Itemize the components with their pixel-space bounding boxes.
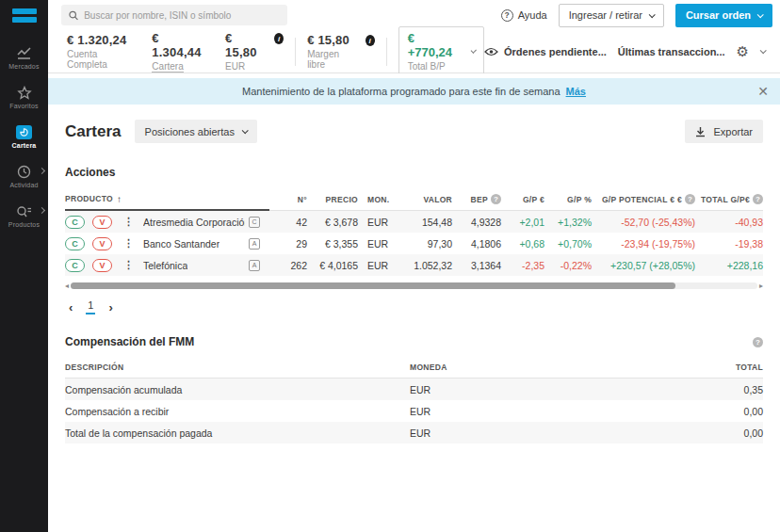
bep-cell: 4,1806 — [452, 238, 501, 250]
banner-more-link[interactable]: Más — [566, 86, 586, 97]
column-header-total-gp[interactable]: TOTAL G/P€ ? — [695, 194, 763, 204]
currency-cell: EUR — [358, 260, 396, 271]
portfolio-total-link[interactable]: Cartera — [152, 61, 183, 73]
portfolio-icon — [16, 125, 32, 139]
portfolio-total: € 1.304,44 Cartera — [152, 31, 204, 73]
maintenance-banner: Mantenimiento de la plataforma programad… — [48, 78, 780, 105]
column-header-gp-pct[interactable]: G/P % — [544, 195, 592, 204]
sidebar-label: Cartera — [12, 142, 37, 149]
portfolio-page: Cartera Posiciones abiertas Exportar Acc… — [48, 105, 780, 532]
column-header-qty[interactable]: N° — [269, 195, 307, 204]
column-header-bep[interactable]: BEP ? — [452, 194, 501, 204]
positions-filter-dropdown[interactable]: Posiciones abiertas — [135, 120, 257, 143]
previous-page-icon[interactable]: ‹ — [69, 301, 73, 314]
sell-button[interactable]: V — [92, 259, 112, 272]
column-header-valor[interactable]: VALOR — [396, 195, 452, 204]
search-input[interactable] — [84, 10, 280, 21]
fmm-total-cell: 0,00 — [659, 406, 763, 417]
fmm-description-cell: Total de la compensación pagada — [65, 427, 410, 439]
help-icon[interactable]: ? — [491, 194, 501, 204]
scroll-left-icon[interactable]: ◂ — [65, 282, 69, 290]
info-icon[interactable]: i — [274, 33, 284, 44]
position-row: C V ⋮ Telefónica A 262 € 4,0165 EUR 1.05… — [65, 254, 763, 276]
product-name[interactable]: Atresmedia Corporación de Medi... — [143, 217, 245, 228]
place-order-button[interactable]: Cursar orden — [675, 4, 772, 27]
sidebar-item-mercados[interactable]: Mercados — [0, 38, 48, 77]
banner-wrap: Mantenimiento de la plataforma programad… — [48, 73, 780, 105]
help-icon[interactable]: ? — [685, 194, 695, 204]
portfolio-total-value: € 1.304,44 — [152, 31, 204, 59]
account-summary-bar: € 1.320,24 Cuenta Completa € 1.304,44 Ca… — [48, 30, 780, 73]
qty-cell: 262 — [269, 260, 307, 271]
chevron-down-icon — [757, 11, 764, 18]
value-cell: 154,48 — [396, 217, 452, 228]
fmm-table-header: DESCRIPCIÓN MONEDA TOTAL — [65, 356, 763, 379]
deposit-withdraw-button[interactable]: Ingresar / retirar — [559, 4, 664, 27]
fmm-currency-cell: EUR — [410, 406, 659, 417]
clock-icon — [17, 165, 31, 179]
menu-logo[interactable] — [0, 0, 48, 30]
gear-icon[interactable]: ⚙ — [737, 44, 749, 58]
last-transactions-label: Últimas transaccion... — [618, 46, 725, 57]
export-label: Exportar — [713, 126, 753, 137]
help-button[interactable]: ? Ayuda — [501, 9, 547, 22]
column-header-gp-eur[interactable]: G/P € — [501, 195, 544, 204]
search-box[interactable] — [61, 5, 287, 25]
qty-cell: 29 — [269, 238, 307, 250]
column-header-precio[interactable]: PRECIO — [307, 195, 358, 204]
qty-cell: 42 — [269, 217, 307, 228]
column-header-producto[interactable]: PRODUCTO ↑ — [65, 188, 269, 211]
row-menu-icon[interactable]: ⋮ — [123, 237, 134, 250]
export-button[interactable]: Exportar — [685, 120, 763, 143]
scrollbar-thumb[interactable] — [71, 282, 674, 289]
help-label: Ayuda — [518, 9, 547, 21]
fmm-description-cell: Compensación a recibir — [65, 406, 410, 417]
chevron-down-icon — [242, 127, 249, 134]
next-page-icon[interactable]: › — [108, 301, 112, 314]
account-total: € 1.320,24 Cuenta Completa — [67, 33, 131, 70]
pagination: ‹ 1 › — [65, 299, 763, 314]
sidebar-item-cartera[interactable]: Cartera — [0, 117, 48, 156]
row-menu-icon[interactable]: ⋮ — [123, 259, 134, 271]
free-margin: € 15,80 Margen libre i — [307, 33, 375, 70]
product-name[interactable]: Telefónica — [143, 260, 187, 271]
total-gp-cell: -40,93 — [695, 217, 763, 228]
price-cell: € 3,678 — [307, 217, 358, 228]
download-icon — [695, 126, 706, 137]
total-pl-dropdown[interactable]: € +770,24 Total B/P — [398, 26, 484, 76]
pending-orders-link[interactable]: Órdenes pendiente... — [484, 46, 607, 57]
product-name[interactable]: Banco Santander — [143, 238, 219, 250]
exchange-badge: A — [249, 238, 260, 250]
bep-cell: 3,1364 — [452, 260, 501, 271]
column-header-gp-potencial[interactable]: G/P POTENCIAL € € ? — [592, 194, 695, 204]
horizontal-scrollbar: ◂ ▸ — [65, 282, 763, 290]
last-transactions-link[interactable]: Últimas transaccion... — [618, 46, 725, 57]
row-menu-icon[interactable]: ⋮ — [123, 216, 134, 228]
sell-button[interactable]: V — [92, 216, 112, 229]
fmm-description-cell: Compensación acumulada — [65, 384, 410, 395]
sell-button[interactable]: V — [92, 237, 112, 250]
sidebar-item-productos[interactable]: Productos — [0, 196, 48, 235]
total-pl-value: € +770,24 — [408, 31, 454, 59]
buy-button[interactable]: C — [65, 237, 85, 250]
column-header-mon[interactable]: MON. — [358, 195, 396, 204]
sidebar-item-favoritos[interactable]: Favoritos — [0, 77, 48, 117]
page-number[interactable]: 1 — [86, 299, 95, 314]
main-area: ? Ayuda Ingresar / retirar Cursar orden … — [48, 0, 780, 532]
exchange-badge: C — [249, 217, 260, 228]
currency-cell: EUR — [358, 238, 396, 250]
pending-orders-label: Órdenes pendiente... — [504, 46, 607, 57]
scrollbar-track[interactable] — [71, 282, 757, 289]
buy-button[interactable]: C — [65, 259, 85, 272]
help-icon[interactable]: ? — [753, 337, 763, 347]
chevron-down-icon[interactable] — [760, 47, 767, 54]
close-icon[interactable]: ✕ — [757, 85, 769, 98]
sidebar-item-actividad[interactable]: Actividad — [0, 156, 48, 196]
exchange-badge: A — [249, 260, 260, 271]
buy-button[interactable]: C — [65, 216, 85, 229]
fmm-currency-cell: EUR — [410, 384, 659, 395]
scroll-right-icon[interactable]: ▸ — [759, 282, 763, 290]
help-icon[interactable]: ? — [753, 194, 763, 204]
banner-message: Mantenimiento de la plataforma programad… — [242, 86, 561, 97]
info-icon[interactable]: i — [366, 35, 375, 46]
